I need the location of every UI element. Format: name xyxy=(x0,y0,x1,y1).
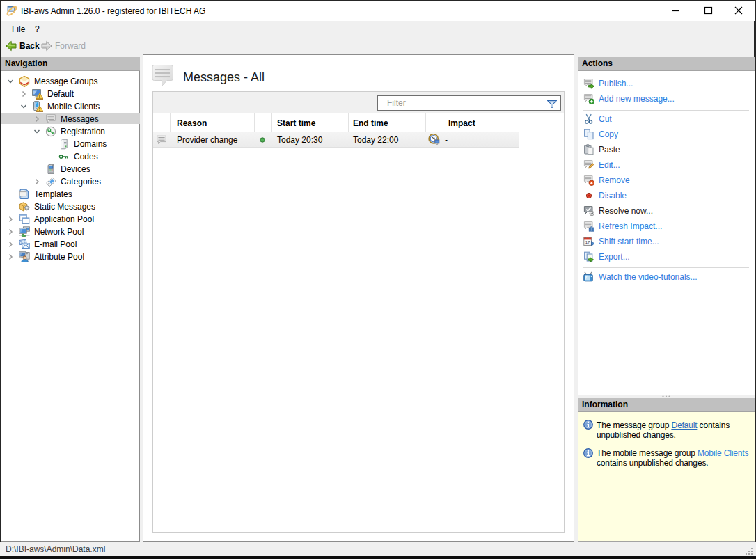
svg-text:17: 17 xyxy=(585,240,590,244)
